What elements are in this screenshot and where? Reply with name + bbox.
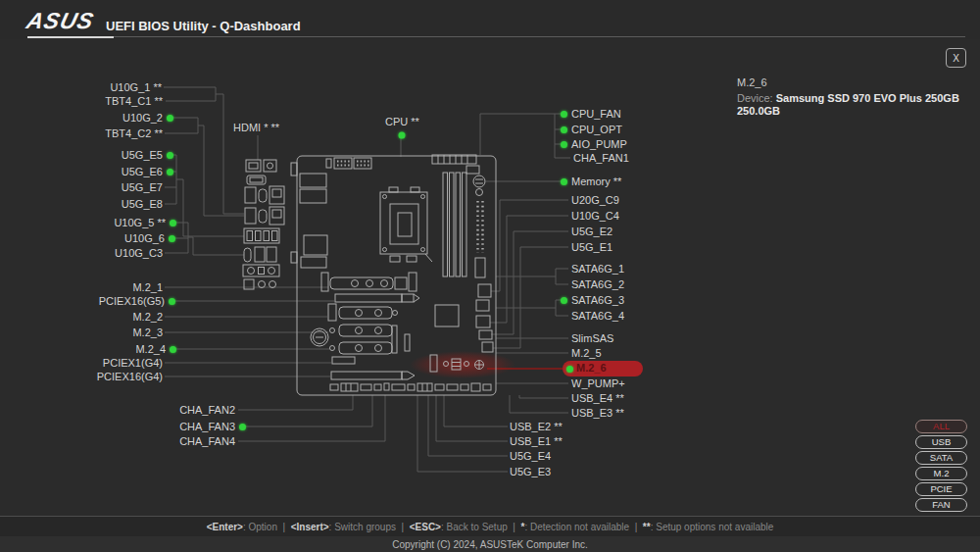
connector-label-text: U5G_E7 [122,181,163,193]
connector-label-m-2-5[interactable]: M.2_5 [571,347,602,360]
connector-label-text: U5G_E3 [510,466,551,477]
filter-button-usb[interactable]: USB [915,435,967,449]
legend-desc: : Switch groups [329,522,396,532]
connector-label-u10g-1[interactable]: U10G_1 ** [110,81,162,94]
connector-label-text: U5G_E6 [122,166,163,177]
connector-label-cha-fan3[interactable]: CHA_FAN3 [179,421,235,433]
connector-label-text: M.2_5 [571,347,602,359]
board-art [291,155,496,395]
filter-button-pcie[interactable]: PCIE [915,482,967,496]
legend-key: <Insert> [291,522,329,532]
connector-label-text: SATA6G_3 [571,294,624,306]
header-divider-accent [27,36,114,38]
connector-label-text: USB_E1 ** [510,435,563,447]
connector-label-pciex16-g4[interactable]: PCIEX16(G4) [97,371,163,383]
connector-label-u5g-e2[interactable]: U5G_E2 [571,226,612,238]
connector-label-cpu-opt[interactable]: CPU_OPT [571,124,622,136]
connector-label-text: SlimSAS [571,332,613,344]
connector-label-aio-pump[interactable]: AIO_PUMP [571,138,627,151]
connector-label-u10g-5[interactable]: U10G_5 ** [114,217,166,229]
close-button[interactable]: X [946,48,966,68]
connector-label-sata6g-4[interactable]: SATA6G_4 [571,310,624,323]
filter-button-sata[interactable]: SATA [915,451,967,465]
connector-label-text: M.2_1 [132,281,163,293]
connector-label-m-2-1[interactable]: M.2_1 [132,281,163,294]
connector-label-u10g-c4[interactable]: U10G_C4 [571,210,619,223]
m2-6-slot-glow [410,351,515,378]
connector-label-m-2-4[interactable]: M.2_4 [135,343,166,356]
detected-status-dot [169,235,175,242]
detected-status-dot [167,152,173,159]
connector-label-memory[interactable]: Memory ** [571,176,621,188]
filter-button-fan[interactable]: FAN [915,498,967,512]
connector-label-tbt4-c2[interactable]: TBT4_C2 ** [105,127,163,140]
connector-label-text: U10G_6 [124,232,165,244]
connector-label-u10g-c3[interactable]: U10G_C3 [115,247,163,260]
connector-label-u5g-e1[interactable]: U5G_E1 [571,241,612,254]
connector-label-text: HDMI * ** [233,122,279,133]
connector-label-text: M.2_6 [576,362,607,374]
connector-label-text: M.2_2 [132,311,163,323]
connector-label-cha-fan1[interactable]: CHA_FAN1 [573,152,629,165]
connector-label-m-2-6[interactable]: M.2_6 [563,361,643,376]
legend-separator: | [277,522,291,532]
connector-label-text: U10G_5 ** [114,217,166,228]
detected-status-dot [170,346,176,353]
connector-label-m-2-2[interactable]: M.2_2 [132,311,163,324]
header-divider [27,36,965,37]
connector-label-u5g-e7[interactable]: U5G_E7 [122,181,163,194]
connector-label-cpu-fan[interactable]: CPU_FAN [571,108,621,121]
copyright-text: Copyright (C) 2024, ASUSTeK Computer Inc… [392,539,588,550]
connector-label-text: USB_E4 ** [571,392,624,404]
connector-label-usb-e1[interactable]: USB_E1 ** [510,435,563,448]
connector-label-u10g-2[interactable]: U10G_2 [122,112,163,125]
connector-label-text: USB_E2 ** [510,421,563,432]
detected-status-dot [239,424,246,430]
connector-label-u5g-e5[interactable]: U5G_E5 [122,149,163,162]
connector-label-text: CHA_FAN3 [179,421,235,432]
legend-key: ** [643,522,651,532]
connector-label-u20g-c9[interactable]: U20G_C9 [571,194,619,207]
connector-label-text: PCIEX16(G5) [99,295,165,307]
connector-label-u5g-e8[interactable]: U5G_E8 [122,198,163,211]
legend-key: <ESC> [410,522,441,532]
connector-label-u10g-6[interactable]: U10G_6 [124,232,165,245]
connector-label-tbt4-c1[interactable]: TBT4_C1 ** [105,95,163,108]
connector-label-text: W_PUMP+ [571,377,625,389]
connector-label-u5g-e3[interactable]: U5G_E3 [510,466,551,478]
connector-label-u5g-e6[interactable]: U5G_E6 [122,166,163,178]
filter-button-m-2[interactable]: M.2 [915,467,967,480]
connector-label-w-pump[interactable]: W_PUMP+ [571,377,625,390]
legend-separator: | [396,522,410,532]
connector-label-text: M.2_4 [135,343,166,355]
connector-label-usb-e4[interactable]: USB_E4 ** [571,392,624,405]
connector-label-hdmi[interactable]: HDMI * ** [233,122,279,134]
connector-label-cha-fan2[interactable]: CHA_FAN2 [179,404,235,417]
filter-button-group: ALLUSBSATAM.2PCIEFAN [915,420,967,512]
connector-label-m-2-3[interactable]: M.2_3 [132,326,163,339]
connector-label-slimsas[interactable]: SlimSAS [571,332,613,345]
filter-button-all[interactable]: ALL [915,420,967,433]
connector-label-text: U10G_C4 [571,210,619,222]
connector-label-sata6g-2[interactable]: SATA6G_2 [571,278,624,291]
copyright-bar: Copyright (C) 2024, ASUSTeK Computer Inc… [0,536,980,552]
connector-label-sata6g-1[interactable]: SATA6G_1 [571,263,624,276]
connector-label-text: U10G_C3 [115,247,163,259]
connector-label-usb-e2[interactable]: USB_E2 ** [510,421,563,433]
connector-label-text: CPU_OPT [571,124,622,135]
connector-label-text: M.2_3 [132,326,163,338]
connector-label-cpu[interactable]: CPU ** [385,116,419,128]
connector-label-u5g-e4[interactable]: U5G_E4 [510,450,551,463]
legend-separator: | [508,522,521,532]
detected-status-dot [170,220,176,226]
detected-status-dot [167,169,173,176]
connector-label-usb-e3[interactable]: USB_E3 ** [571,407,624,420]
connector-label-text: TBT4_C1 ** [105,95,163,107]
detected-status-dot [169,298,175,305]
connector-label-sata6g-3[interactable]: SATA6G_3 [571,294,624,307]
legend-separator: | [629,522,643,532]
connector-label-cha-fan4[interactable]: CHA_FAN4 [179,435,235,448]
detected-status-dot [561,126,567,133]
connector-label-pciex16-g5[interactable]: PCIEX16(G5) [99,295,165,308]
connector-label-pciex1-g4[interactable]: PCIEX1(G4) [103,357,163,370]
